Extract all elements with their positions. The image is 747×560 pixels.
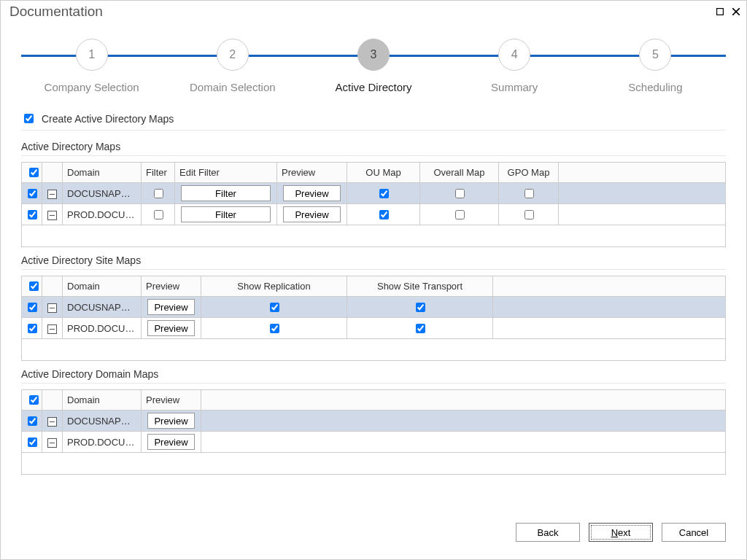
- checkbox[interactable]: [28, 210, 37, 219]
- checkbox[interactable]: [270, 324, 279, 333]
- section-ad-maps: Active Directory Maps Domain Filter Edit…: [21, 138, 726, 247]
- grid-ad-maps-select-all[interactable]: [29, 168, 39, 177]
- checkbox[interactable]: [455, 210, 465, 219]
- table-row[interactable]: PROD.DOCUS... Filter Preview: [22, 204, 726, 225]
- col-ou-map[interactable]: OU Map: [347, 163, 420, 183]
- checkbox[interactable]: [28, 438, 37, 447]
- dialog-window: Documentation 1 Company Selection2 Domai…: [0, 0, 747, 560]
- grid-footer: [22, 453, 726, 475]
- wizard-footer: Back Next Cancel: [8, 514, 739, 552]
- checkbox[interactable]: [28, 416, 37, 426]
- titlebar: Documentation: [1, 1, 746, 24]
- collapse-icon[interactable]: [47, 190, 57, 199]
- create-ad-maps-checkbox[interactable]: [24, 114, 34, 123]
- col-domain[interactable]: Domain: [63, 276, 142, 297]
- wizard-step-4[interactable]: 4 Summary: [444, 39, 585, 93]
- checkbox[interactable]: [28, 189, 37, 198]
- table-row[interactable]: DOCUSNAPSP... Preview: [22, 297, 726, 318]
- create-ad-maps-row: Create Active Directory Maps: [21, 112, 726, 131]
- maximize-icon[interactable]: [716, 7, 724, 16]
- col-preview[interactable]: Preview: [142, 390, 201, 411]
- collapse-icon[interactable]: [47, 303, 57, 313]
- domain-cell: DOCUSNAPSP...: [63, 411, 142, 432]
- grid-site-maps-select-all[interactable]: [29, 281, 39, 291]
- close-icon[interactable]: [732, 7, 740, 16]
- preview-button[interactable]: Preview: [147, 299, 195, 315]
- checkbox[interactable]: [379, 189, 389, 198]
- col-edit-filter[interactable]: Edit Filter: [175, 163, 277, 183]
- collapse-icon[interactable]: [47, 211, 57, 220]
- checkbox[interactable]: [28, 324, 37, 333]
- edit-filter-button[interactable]: Filter: [181, 206, 271, 222]
- checkbox[interactable]: [525, 210, 534, 219]
- section-domain-maps: Active Directory Domain Maps Domain Prev…: [21, 365, 726, 475]
- step-circle: 2: [217, 39, 249, 71]
- col-replication[interactable]: Show Replication: [201, 276, 347, 297]
- col-domain[interactable]: Domain: [63, 390, 142, 411]
- window-controls: [716, 7, 740, 16]
- checkbox[interactable]: [455, 189, 465, 198]
- domain-cell: PROD.DOCUS...: [63, 204, 142, 225]
- step-circle: 4: [498, 39, 530, 71]
- preview-button[interactable]: Preview: [147, 434, 195, 450]
- col-filter[interactable]: Filter: [142, 163, 175, 183]
- step-label: Active Directory: [303, 81, 444, 93]
- domain-cell: PROD.DOCUS...: [63, 432, 142, 453]
- preview-button[interactable]: Preview: [147, 413, 195, 429]
- content-area: 1 Company Selection2 Domain Selection3 A…: [1, 24, 746, 559]
- table-row[interactable]: DOCUSNAPSP... Filter Preview: [22, 183, 726, 204]
- checkbox[interactable]: [416, 303, 425, 312]
- checkbox[interactable]: [525, 189, 534, 198]
- cancel-button[interactable]: Cancel: [662, 523, 726, 542]
- col-overall-map[interactable]: Overall Map: [420, 163, 499, 183]
- section-title-ad-maps: Active Directory Maps: [21, 138, 726, 156]
- domain-cell: DOCUSNAPSP...: [63, 183, 142, 204]
- domain-cell: DOCUSNAPSP...: [63, 297, 142, 318]
- checkbox[interactable]: [379, 210, 389, 219]
- step-label: Summary: [444, 81, 585, 93]
- checkbox[interactable]: [154, 210, 163, 219]
- section-title-site-maps: Active Directory Site Maps: [21, 252, 726, 270]
- grid-footer: [22, 225, 726, 247]
- svg-rect-0: [717, 9, 724, 15]
- domain-cell: PROD.DOCUS...: [63, 318, 142, 339]
- table-row[interactable]: PROD.DOCUS... Preview: [22, 318, 726, 339]
- wizard-step-3[interactable]: 3 Active Directory: [303, 39, 444, 93]
- collapse-icon[interactable]: [47, 324, 57, 334]
- col-preview[interactable]: Preview: [277, 163, 347, 183]
- step-label: Scheduling: [585, 81, 726, 93]
- step-circle: 3: [357, 39, 390, 71]
- step-circle: 5: [639, 39, 671, 71]
- checkbox[interactable]: [154, 189, 163, 198]
- next-button[interactable]: Next: [589, 523, 653, 542]
- col-transport[interactable]: Show Site Transport: [347, 276, 493, 297]
- wizard-step-1[interactable]: 1 Company Selection: [21, 39, 162, 93]
- grid-domain-maps: Domain Preview DOCUSNAPSP... Preview PRO…: [21, 389, 726, 475]
- grid-ad-maps: Domain Filter Edit Filter Preview OU Map…: [21, 162, 726, 247]
- step-circle: 1: [76, 39, 108, 71]
- grid-domain-maps-select-all[interactable]: [29, 395, 39, 405]
- wizard-step-5[interactable]: 5 Scheduling: [585, 39, 726, 93]
- window-title: Documentation: [9, 4, 103, 20]
- checkbox[interactable]: [416, 324, 425, 333]
- wizard-stepper: 1 Company Selection2 Domain Selection3 A…: [21, 39, 726, 97]
- collapse-icon[interactable]: [47, 438, 57, 448]
- step-label: Domain Selection: [162, 81, 303, 93]
- wizard-step-2[interactable]: 2 Domain Selection: [162, 39, 303, 93]
- checkbox[interactable]: [270, 303, 279, 312]
- preview-button[interactable]: Preview: [283, 206, 341, 222]
- collapse-icon[interactable]: [47, 417, 57, 427]
- preview-button[interactable]: Preview: [283, 185, 341, 201]
- col-gpo-map[interactable]: GPO Map: [499, 163, 559, 183]
- col-domain[interactable]: Domain: [63, 163, 142, 183]
- edit-filter-button[interactable]: Filter: [181, 185, 271, 201]
- grid-footer: [22, 339, 726, 361]
- col-preview[interactable]: Preview: [142, 276, 201, 297]
- table-row[interactable]: PROD.DOCUS... Preview: [22, 432, 726, 453]
- preview-button[interactable]: Preview: [147, 320, 195, 336]
- checkbox[interactable]: [28, 303, 37, 312]
- create-ad-maps-label: Create Active Directory Maps: [42, 113, 174, 125]
- step-label: Company Selection: [21, 81, 162, 93]
- back-button[interactable]: Back: [516, 523, 580, 542]
- table-row[interactable]: DOCUSNAPSP... Preview: [22, 411, 726, 432]
